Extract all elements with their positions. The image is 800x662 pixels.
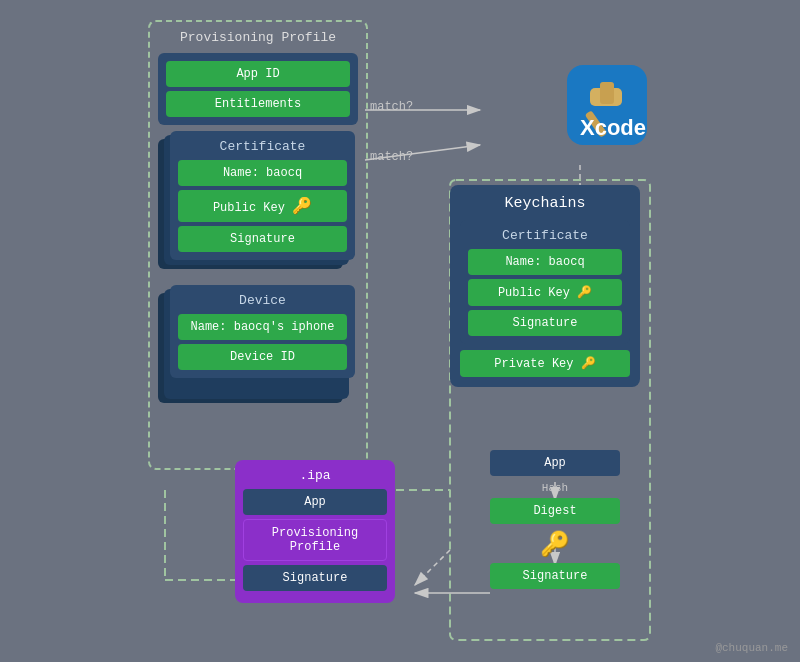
cert-name: Name: baocq — [178, 160, 347, 186]
match2-label: match? — [370, 150, 413, 164]
svg-rect-16 — [600, 82, 614, 104]
keychains-panel: Keychains Certificate Name: baocq Public… — [450, 185, 640, 387]
key-icon-keychains: 🔑 — [577, 286, 592, 300]
xcode-icon: Xcode — [562, 60, 652, 150]
diagram: Provisioning Profile App ID Entitlements… — [0, 0, 800, 662]
signing-flow: App Hash Digest 🔑 Signature — [490, 450, 620, 595]
provisioning-profile-outer-title: Provisioning Profile — [158, 30, 358, 45]
device-title: Device — [178, 293, 347, 308]
ipa-signature: Signature — [243, 565, 387, 591]
cert-public-key: Public Key 🔑 — [178, 190, 347, 222]
certificate-panel: Certificate Name: baocq Public Key 🔑 Sig… — [170, 131, 355, 260]
keychains-certificate-panel: Certificate Name: baocq Public Key 🔑 Sig… — [460, 220, 630, 344]
flow-signature: Signature — [490, 563, 620, 589]
entitlements-item: Entitlements — [166, 91, 350, 117]
device-name: Name: baocq's iphone — [178, 314, 347, 340]
app-id-entitlements-panel: App ID Entitlements — [158, 53, 358, 125]
watermark: @chuquan.me — [715, 642, 788, 654]
certificate-title: Certificate — [178, 139, 347, 154]
cert-signature: Signature — [178, 226, 347, 252]
keychains-title: Keychains — [460, 195, 630, 212]
keychains-cert-title: Certificate — [468, 228, 622, 243]
ipa-provisioning-profile: Provisioning Profile — [243, 519, 387, 561]
keychains-signature: Signature — [468, 310, 622, 336]
key-icon-cert: 🔑 — [292, 198, 312, 216]
device-id: Device ID — [178, 344, 347, 370]
ipa-panel: .ipa App Provisioning Profile Signature — [235, 460, 395, 603]
keychains-cert-name: Name: baocq — [468, 249, 622, 275]
device-panel: Device Name: baocq's iphone Device ID — [170, 285, 355, 378]
keychains-public-key: Public Key 🔑 — [468, 279, 622, 306]
key-icon-private: 🔑 — [581, 357, 596, 371]
ipa-title: .ipa — [243, 468, 387, 483]
provisioning-profile-container: Provisioning Profile App ID Entitlements… — [148, 20, 368, 470]
app-id-item: App ID — [166, 61, 350, 87]
flow-digest: Digest — [490, 498, 620, 524]
key-icon-signing: 🔑 — [540, 532, 570, 559]
ipa-app: App — [243, 489, 387, 515]
match1-label: match? — [370, 100, 413, 114]
flow-app: App — [490, 450, 620, 476]
keychains-private-key: Private Key 🔑 — [460, 350, 630, 377]
svg-line-4 — [415, 550, 450, 585]
svg-text:Xcode: Xcode — [580, 115, 646, 140]
flow-hash-label: Hash — [490, 482, 620, 494]
